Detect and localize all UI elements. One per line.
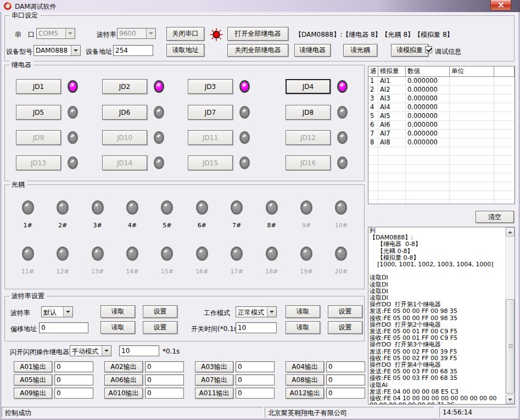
analog-row[interactable]: 7AI70.000000 bbox=[368, 130, 515, 138]
baud-select: 9600 bbox=[117, 28, 156, 39]
output-input-A010输出[interactable] bbox=[145, 388, 184, 399]
output-button-A08输出[interactable]: A08输出 bbox=[286, 374, 324, 385]
switch-time-set-button[interactable]: 设置 bbox=[328, 321, 362, 334]
open-all-relays-button[interactable]: 打开全部继电器 bbox=[227, 27, 288, 41]
scroll-up-icon[interactable] bbox=[506, 227, 515, 237]
output-button-A03输出[interactable]: A03输出 bbox=[195, 361, 233, 372]
switch-time-input[interactable] bbox=[236, 322, 277, 333]
opto-channel-16#: 16# bbox=[184, 247, 219, 275]
output-button-A07输出[interactable]: A07输出 bbox=[195, 374, 233, 385]
output-input-A06输出[interactable] bbox=[145, 374, 184, 385]
read-opto-button[interactable]: 读光耦 bbox=[343, 44, 377, 57]
dropdown-arrow-icon[interactable] bbox=[71, 46, 80, 55]
output-input-A012输出[interactable] bbox=[326, 388, 365, 399]
opto-led-6# bbox=[196, 200, 208, 215]
relay-button-JD5[interactable]: JD5 bbox=[16, 105, 61, 120]
flash-time-unit: *0.1s bbox=[163, 348, 180, 355]
device-addr-input[interactable] bbox=[113, 45, 153, 56]
output-button-A04输出[interactable]: A04输出 bbox=[286, 361, 324, 372]
close-all-relays-button[interactable]: 关闭全部继电器 bbox=[227, 44, 288, 57]
offset-addr-input[interactable] bbox=[39, 322, 88, 333]
analog-row[interactable]: 2AI20.000000 bbox=[368, 86, 515, 94]
relay-button-JD4[interactable]: JD4 bbox=[286, 79, 331, 94]
offset-set-button[interactable]: 设置 bbox=[143, 321, 177, 334]
baud-read-button[interactable]: 读取 bbox=[100, 305, 135, 318]
analog-cell: 0.000000 bbox=[406, 77, 450, 86]
output-input-A01输出[interactable] bbox=[54, 361, 93, 372]
output-input-A05输出[interactable] bbox=[54, 374, 93, 385]
analog-row[interactable]: 4AI40.000000 bbox=[368, 103, 515, 112]
analog-cell: 3 bbox=[368, 94, 378, 103]
baud-setting-select[interactable]: 默认 bbox=[41, 306, 73, 317]
dropdown-arrow-icon[interactable] bbox=[267, 307, 276, 317]
opto-channel-label-1#: 1# bbox=[24, 222, 32, 229]
close-button[interactable] bbox=[490, 0, 511, 10]
work-mode-read-button[interactable]: 读取 bbox=[286, 305, 320, 318]
clear-log-button[interactable]: 清空 bbox=[476, 211, 514, 223]
serial-open-indicator-icon bbox=[209, 27, 223, 43]
flash-time-input[interactable] bbox=[119, 345, 159, 356]
output-button-A011输出[interactable]: A011输出 bbox=[195, 388, 233, 399]
scroll-down-icon[interactable] bbox=[506, 395, 515, 404]
relay-button-JD1[interactable]: JD1 bbox=[16, 79, 61, 94]
output-button-A05输出[interactable]: A05输出 bbox=[14, 374, 52, 385]
analog-row-empty bbox=[368, 191, 515, 200]
output-button-A06输出[interactable]: A06输出 bbox=[104, 374, 143, 385]
opto-channel-2#: 2# bbox=[45, 200, 80, 229]
flash-mode-select[interactable]: 手动模式 bbox=[70, 345, 111, 356]
read-addr-button[interactable]: 读取地址 bbox=[166, 44, 204, 57]
status-bar: 控制成功 北京聚英翱翔电子有限公司 14:56:14 bbox=[2, 405, 518, 418]
output-input-A04输出[interactable] bbox=[326, 361, 365, 372]
output-button-A09输出[interactable]: A09输出 bbox=[14, 388, 52, 399]
read-analog-button[interactable]: 读模拟量 bbox=[391, 44, 428, 57]
output-input-A011输出[interactable] bbox=[236, 388, 275, 399]
analog-row[interactable]: 8AI80.000000 bbox=[368, 138, 515, 147]
baud-set-button[interactable]: 设置 bbox=[143, 305, 177, 318]
output-button-A02输出[interactable]: A02输出 bbox=[104, 361, 143, 372]
work-mode-set-button[interactable]: 设置 bbox=[328, 305, 362, 318]
opto-channel-7#: 7# bbox=[219, 200, 254, 229]
relay-button-JD3[interactable]: JD3 bbox=[188, 79, 233, 94]
baud-label: 波特率 bbox=[97, 30, 116, 40]
opto-channel-14#: 14# bbox=[115, 247, 149, 275]
relay-button-JD8[interactable]: JD8 bbox=[286, 105, 331, 120]
offset-read-button[interactable]: 读取 bbox=[100, 321, 135, 334]
serial-port-select: COM5 bbox=[36, 28, 75, 39]
opto-channel-17#: 17# bbox=[219, 247, 254, 275]
output-button-A010输出[interactable]: A010输出 bbox=[104, 388, 143, 399]
analog-cell: 1 bbox=[368, 77, 378, 86]
debug-info-checkbox[interactable] bbox=[425, 46, 432, 53]
analog-row[interactable]: 1AI10.000000 bbox=[368, 77, 515, 86]
output-input-A08输出[interactable] bbox=[326, 374, 365, 385]
read-relays-button[interactable]: 读继电器 bbox=[294, 44, 331, 57]
dropdown-arrow-icon[interactable] bbox=[63, 307, 72, 317]
debug-info-label: 调试信息 bbox=[435, 47, 461, 57]
relay-button-JD6[interactable]: JD6 bbox=[102, 105, 147, 120]
output-button-A012输出[interactable]: A012输出 bbox=[286, 388, 324, 399]
analog-row[interactable]: 6AI60.000000 bbox=[368, 121, 515, 130]
analog-cell: AI6 bbox=[378, 121, 406, 130]
analog-row[interactable]: 5AI50.000000 bbox=[368, 112, 515, 121]
work-mode-select[interactable]: 正常模式 bbox=[236, 306, 277, 317]
scrollbar-thumb[interactable] bbox=[506, 299, 515, 394]
opto-channel-label-15#: 15# bbox=[161, 268, 174, 275]
analog-cell-empty bbox=[368, 156, 378, 165]
relay-button-JD2[interactable]: JD2 bbox=[102, 79, 147, 94]
opto-channel-label-9#: 9# bbox=[302, 222, 311, 229]
output-input-A09输出[interactable] bbox=[54, 388, 93, 399]
device-model-select[interactable]: DAM0888 bbox=[33, 45, 81, 56]
output-input-A07输出[interactable] bbox=[236, 374, 275, 385]
close-port-button[interactable]: 关闭串口 bbox=[166, 27, 204, 41]
dropdown-arrow-icon[interactable] bbox=[102, 346, 111, 356]
output-button-A01输出[interactable]: A01输出 bbox=[14, 361, 52, 372]
output-input-A03输出[interactable] bbox=[236, 361, 275, 372]
analog-cell bbox=[494, 94, 515, 103]
relay-button-JD7[interactable]: JD7 bbox=[188, 105, 233, 120]
analog-cell: 0.000000 bbox=[406, 103, 450, 112]
opto-led-4# bbox=[126, 200, 138, 215]
analog-cell: 0.000000 bbox=[406, 86, 450, 94]
switch-time-read-button[interactable]: 读取 bbox=[286, 321, 320, 334]
analog-outputs: A01输出A02输出A03输出A04输出A05输出A06输出A07输出A08输出… bbox=[0, 357, 368, 404]
output-input-A02输出[interactable] bbox=[145, 361, 184, 372]
analog-row[interactable]: 3AI30.000000 bbox=[368, 94, 515, 103]
